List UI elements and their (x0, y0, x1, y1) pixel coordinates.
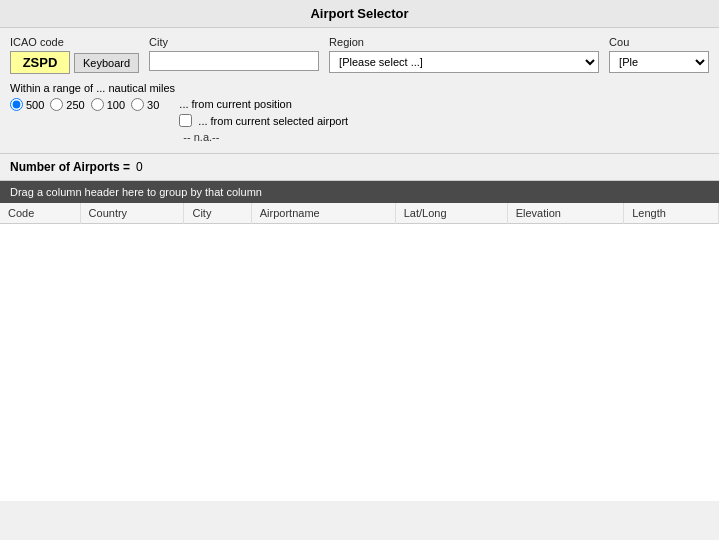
range-options: 500 250 100 30 (10, 98, 159, 111)
range-30[interactable]: 30 (131, 98, 159, 111)
na-row: -- n.a.-- (179, 131, 348, 143)
icao-field-group: ICAO code ZSPD Keyboard (10, 36, 139, 74)
top-section: ICAO code ZSPD Keyboard City Region [Ple… (0, 28, 719, 154)
range-100[interactable]: 100 (91, 98, 125, 111)
col-latlong[interactable]: Lat/Long (395, 203, 507, 224)
col-country[interactable]: Country (80, 203, 184, 224)
col-code[interactable]: Code (0, 203, 80, 224)
col-airportname[interactable]: Airportname (251, 203, 395, 224)
from-position-text: ... from current position (179, 98, 292, 110)
range-500-radio[interactable] (10, 98, 23, 111)
country-select[interactable]: [Ple (609, 51, 709, 73)
range-30-radio[interactable] (131, 98, 144, 111)
region-label: Region (329, 36, 599, 48)
na-text: -- n.a.-- (183, 131, 219, 143)
region-select[interactable]: [Please select ...] (329, 51, 599, 73)
city-field-group: City (149, 36, 319, 71)
col-length[interactable]: Length (624, 203, 719, 224)
keyboard-button[interactable]: Keyboard (74, 53, 139, 73)
icao-label: ICAO code (10, 36, 139, 48)
city-input[interactable] (149, 51, 319, 71)
col-city[interactable]: City (184, 203, 251, 224)
range-250[interactable]: 250 (50, 98, 84, 111)
title-bar: Airport Selector (0, 0, 719, 28)
airports-table: Code Country City Airportname Lat/Long E… (0, 203, 719, 224)
from-airport-row: ... from current selected airport (179, 114, 348, 127)
airports-label: Number of Airports = (10, 160, 130, 174)
from-airport-checkbox[interactable] (179, 114, 192, 127)
range-label: Within a range of ... nautical miles (10, 82, 709, 94)
group-header: Drag a column header here to group by th… (0, 181, 719, 203)
range-250-radio[interactable] (50, 98, 63, 111)
from-position-row: ... from current position (179, 98, 348, 110)
from-section: ... from current position ... from curre… (179, 98, 348, 143)
airports-summary: Number of Airports = 0 (0, 154, 719, 181)
country-field-group: Cou [Ple (609, 36, 709, 73)
range-100-radio[interactable] (91, 98, 104, 111)
icao-value: ZSPD (10, 51, 70, 74)
table-container: Drag a column header here to group by th… (0, 181, 719, 501)
region-field-group: Region [Please select ...] (329, 36, 599, 73)
table-header-row: Code Country City Airportname Lat/Long E… (0, 203, 719, 224)
range-section: Within a range of ... nautical miles 500… (10, 82, 709, 143)
city-label: City (149, 36, 319, 48)
airports-count: 0 (136, 160, 143, 174)
app-title: Airport Selector (310, 6, 408, 21)
from-airport-text: ... from current selected airport (198, 115, 348, 127)
col-elevation[interactable]: Elevation (507, 203, 624, 224)
range-500[interactable]: 500 (10, 98, 44, 111)
country-label: Cou (609, 36, 709, 48)
